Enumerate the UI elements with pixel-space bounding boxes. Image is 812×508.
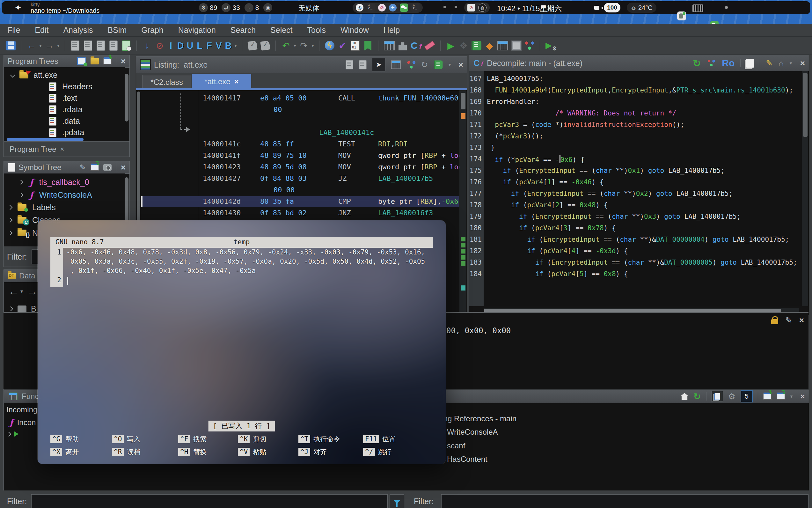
edit-pencil-icon[interactable]: ✎ [766,58,773,68]
chevron-right-icon[interactable] [6,431,11,436]
keyboard-icon[interactable] [692,4,703,12]
clone-view-icon[interactable] [359,60,366,70]
decompile-header[interactable]: Decompile: main - (att.exe) ↻ Ro ✎ ⌂ ▾ × [469,55,809,72]
import-ref-icon[interactable] [763,393,771,399]
home-icon[interactable] [681,393,688,400]
tab-c2-class[interactable]: *C2.class [142,75,191,90]
program-tree-tab[interactable]: Program Tree [9,145,56,154]
nano-text-row-1[interactable]: -0x6, -0x46, 0x48, 0x78, -0x3d, 0x8, -0x… [66,248,425,256]
system-tray-2[interactable]: ⊘ ◍ [464,3,490,13]
patch-cut-icon[interactable] [96,40,105,52]
decompile-line-178[interactable]: 178if (pcVar4[2] == 0x48) { [469,201,801,212]
import-tree-icon[interactable] [103,58,111,65]
decompile-code[interactable]: 167LAB_1400017b5:168FUN_14001a9b4(Encryp… [469,71,801,306]
validate-check-icon[interactable]: ✔ [337,40,347,52]
kitty-tray-icon[interactable] [367,3,375,12]
microphone-stand-icon[interactable]: ◍ [478,3,487,12]
listing-header[interactable]: Listing: att.exe ➤ ↻ ▾ × [136,56,467,73]
menu-select[interactable]: Select [263,26,300,35]
memory-chip-icon[interactable] [511,40,522,52]
memory-map-icon[interactable] [398,40,407,52]
green-ribbon-icon[interactable] [363,40,373,52]
chevron-down-icon[interactable] [10,73,15,78]
redo-dropdown-icon[interactable]: ▾ [311,40,315,52]
snapshot-icon[interactable] [103,164,111,171]
copy-icon[interactable] [746,59,754,68]
tab-close-icon[interactable]: × [234,77,239,86]
copy-view-icon[interactable] [346,60,353,70]
program-trees-header[interactable]: Program Trees × [4,55,129,68]
chevron-right-icon[interactable] [18,180,24,185]
depth-count-badge[interactable]: 5 [740,390,753,403]
tree-section-text[interactable]: .text [49,93,77,103]
expand-row-fragment[interactable] [7,431,18,436]
open-folder-icon[interactable] [91,58,99,65]
chevron-right-icon[interactable] [8,218,13,223]
menu-edit[interactable]: Edit [28,26,56,35]
listing-bytes-continuation[interactable]: 00 [136,104,459,116]
graph-nodes-icon[interactable] [525,40,534,52]
filter-funnel-button[interactable] [390,494,404,508]
menu-bsim[interactable]: BSim [100,26,134,35]
table-view-icon[interactable] [384,40,395,52]
letter-u-icon[interactable]: U [186,40,193,52]
letters-dropdown-icon[interactable]: ▾ [233,40,238,52]
edit-bytes-icon[interactable]: ✎ [785,315,792,325]
tree-section-pdata[interactable]: .pdata [49,128,85,137]
decompile-line-183[interactable]: 183if (EncryptedInput == (char **)&DAT_0… [469,258,801,269]
refresh-decompile-icon[interactable]: ↻ [693,58,701,69]
decompile-line-175[interactable]: 175if (EncryptedInput == (char **)0x1) g… [469,166,801,178]
run-with-settings-icon[interactable] [545,40,556,52]
back-icon[interactable]: ← [27,40,36,52]
system-tray[interactable]: ◎ ⊘ ✈ [353,3,423,13]
decompile-line-182[interactable]: 182if (pcVar4[4] == -0x3d) { [469,247,801,258]
lock-icon[interactable] [771,319,778,324]
tree-section-Headers[interactable]: Headers [49,82,92,91]
patch-copy-icon[interactable] [71,40,80,52]
nano-text-row-3[interactable]: , 0x1f, -0x66, -0x46, 0x1f, -0x5e, 0x47,… [66,267,256,274]
pull-down-icon[interactable]: ↓ [142,40,152,52]
letter-l-icon[interactable]: L [196,40,203,52]
layered-windows-icon[interactable] [712,391,723,402]
listing-instruction-row[interactable]: 14000141c48 85 ffTESTRDI,RDI [136,139,459,150]
graph-icon[interactable] [708,59,715,67]
launcher-icon[interactable]: ✦ [15,3,22,13]
menu-search[interactable]: Search [223,26,263,35]
decompile-dropdown-icon[interactable]: ▾ [790,60,794,66]
airplane-tray-icon[interactable]: ✈ [389,4,397,11]
forward-nav-icon[interactable]: → [27,285,38,298]
disable-icon[interactable]: ⊘ [155,40,165,52]
menu-window[interactable]: Window [333,26,376,35]
listing-vscroll-track[interactable] [459,90,466,317]
nano-terminal-window[interactable]: GNU nano 8.7 temp 1 2 -0x6, -0x46, 0x48,… [37,220,446,464]
menu-help[interactable]: Help [376,26,407,35]
nano-text-row-2[interactable]: 0x05, 0x3a, 0x3c, -0x55, 0x2f, -0x19, -0… [66,258,425,265]
table-grid-icon[interactable] [497,40,508,52]
undo-icon[interactable]: ↶ [281,40,291,52]
reference-row-3[interactable]: HasContent [447,455,488,464]
menu-navigation[interactable]: Navigation [171,26,223,35]
symbol-folder-labels[interactable]: Labels [8,203,56,212]
listing-bytes-continuation[interactable]: 00 00 [136,185,459,196]
markers-icon[interactable] [407,60,416,69]
menu-file[interactable]: File [0,26,28,35]
refresh-listing-icon[interactable]: ↻ [421,60,428,70]
ruler-icon[interactable] [425,40,435,52]
close-icon[interactable]: × [458,60,463,70]
kitty2-tray-icon[interactable] [411,3,419,12]
listing-label-row[interactable]: LAB_14000141c [136,127,459,139]
tab-att-exe[interactable]: *att.exe × [192,74,251,90]
chevron-right-icon[interactable] [18,193,24,198]
letter-d-icon[interactable]: D [177,40,184,52]
export-icon[interactable]: ⌂ [778,58,784,68]
symbol-tls_callback_0[interactable]: ƒtls_callback_0 [19,177,89,187]
decompile-line-176[interactable]: 176if (pcVar4[1] == -0x46) { [469,178,801,189]
listing-options-icon[interactable] [434,60,443,69]
menu-analysis[interactable]: Analysis [56,26,100,35]
tree-root-att-exe[interactable]: att.exe [11,71,57,80]
program-tree-tab-close-icon[interactable]: × [60,145,64,154]
cursor-tool-icon[interactable]: ➤ [372,58,386,72]
globe-lightning-icon[interactable] [325,40,334,52]
decompile-content[interactable]: 167LAB_1400017b5:168FUN_14001a9b4(Encryp… [469,71,809,306]
right-filter-input[interactable] [441,494,809,508]
